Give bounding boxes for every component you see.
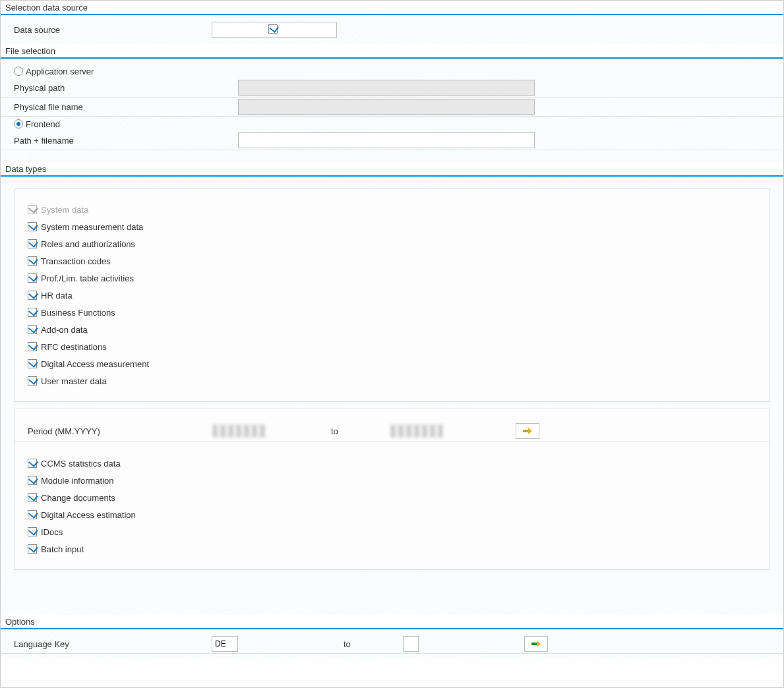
svg-marker-1 xyxy=(528,428,532,434)
svg-rect-2 xyxy=(531,643,537,645)
input-path-filename[interactable] xyxy=(238,132,535,148)
input-physical-file-name xyxy=(238,99,535,115)
label-frontend: Frontend xyxy=(26,119,60,129)
checkbox-module-information[interactable] xyxy=(28,476,37,485)
checkbox-roles-authorizations[interactable] xyxy=(28,239,37,248)
label-system-measurement-data: System measurement data xyxy=(41,222,143,232)
label-ccms-statistics: CCMS statistics data xyxy=(41,459,121,469)
label-user-master-data: User master data xyxy=(41,376,107,386)
arrow-right-icon xyxy=(522,426,533,436)
label-prof-lim-table: Prof./Lim. table activities xyxy=(41,273,134,283)
label-language-key-to: to xyxy=(344,639,383,649)
section-body-options: Language Key to xyxy=(1,629,783,659)
input-physical-path xyxy=(238,80,535,96)
label-path-filename: Path + filename xyxy=(14,136,238,146)
checkbox-add-on-data[interactable] xyxy=(28,325,37,334)
label-idocs: IDocs xyxy=(41,527,63,537)
arrow-right-icon xyxy=(531,639,541,648)
data-source-field[interactable] xyxy=(212,22,337,38)
section-header-options: Options xyxy=(1,615,783,629)
label-digital-access-measurement: Digital Access measurement xyxy=(41,359,149,369)
label-period-to: to xyxy=(331,426,371,436)
input-period-from[interactable] xyxy=(212,424,265,438)
label-application-server: Application server xyxy=(26,67,94,76)
label-language-key: Language Key xyxy=(14,639,212,649)
label-transaction-codes: Transaction codes xyxy=(41,256,111,266)
checkbox-system-data xyxy=(28,205,37,214)
section-options: Options Language Key to xyxy=(1,615,783,659)
section-selection-data-source: Selection data source Data source xyxy=(1,1,783,44)
label-add-on-data: Add-on data xyxy=(41,325,88,335)
multi-select-button-language[interactable] xyxy=(524,636,548,652)
input-period-to[interactable] xyxy=(390,424,443,438)
checkbox-digital-access-measurement[interactable] xyxy=(28,359,37,368)
radio-application-server[interactable] xyxy=(14,67,23,76)
svg-rect-0 xyxy=(523,430,528,432)
section-body-selection-data-source: Data source xyxy=(1,15,783,44)
section-body-data-types: System data System measurement data Role… xyxy=(1,177,783,615)
label-physical-file-name: Physical file name xyxy=(14,102,238,112)
label-business-functions: Business Functions xyxy=(41,308,115,318)
checkbox-batch-input[interactable] xyxy=(28,544,37,554)
label-module-information: Module information xyxy=(41,476,114,486)
input-language-key-from[interactable] xyxy=(212,636,238,652)
checkbox-hr-data[interactable] xyxy=(28,291,37,300)
multi-select-button-period[interactable] xyxy=(516,423,539,439)
label-period: Period (MM.YYYY) xyxy=(28,426,212,436)
checkbox-user-master-data[interactable] xyxy=(28,376,37,386)
label-data-source: Data source xyxy=(14,25,212,35)
checkbox-change-documents[interactable] xyxy=(28,493,37,502)
label-hr-data: HR data xyxy=(41,291,73,301)
section-header-data-types: Data types xyxy=(1,162,783,177)
checkbox-business-functions[interactable] xyxy=(28,308,37,317)
section-data-types: Data types System data System measuremen… xyxy=(1,162,783,615)
panel-data-types-bottom: Period (MM.YYYY) to CCMS statistics data… xyxy=(14,409,770,570)
checkbox-system-measurement-data[interactable] xyxy=(28,222,37,231)
checkbox-rfc-destinations[interactable] xyxy=(28,342,37,351)
label-roles-authorizations: Roles and authorizations xyxy=(41,239,135,249)
data-source-checkbox[interactable] xyxy=(268,24,278,34)
panel-data-types-top: System data System measurement data Role… xyxy=(14,188,770,402)
checkbox-idocs[interactable] xyxy=(28,527,37,536)
radio-frontend[interactable] xyxy=(14,119,23,129)
checkbox-ccms-statistics[interactable] xyxy=(28,459,37,468)
svg-marker-3 xyxy=(537,641,541,647)
checkbox-transaction-codes[interactable] xyxy=(28,256,37,266)
checkbox-prof-lim-table[interactable] xyxy=(28,273,37,283)
checkbox-digital-access-estimation[interactable] xyxy=(28,510,37,519)
section-file-selection: File selection Application server Physic… xyxy=(1,44,783,162)
section-header-selection-data-source: Selection data source xyxy=(1,1,783,15)
label-digital-access-estimation: Digital Access estimation xyxy=(41,510,136,520)
label-system-data: System data xyxy=(41,205,88,215)
section-header-file-selection: File selection xyxy=(1,44,783,59)
label-change-documents: Change documents xyxy=(41,493,115,503)
input-language-key-to[interactable] xyxy=(403,636,419,652)
label-rfc-destinations: RFC destinations xyxy=(41,342,107,352)
label-physical-path: Physical path xyxy=(14,83,238,93)
label-batch-input: Batch input xyxy=(41,544,84,554)
section-body-file-selection: Application server Physical path Physica… xyxy=(1,59,783,162)
